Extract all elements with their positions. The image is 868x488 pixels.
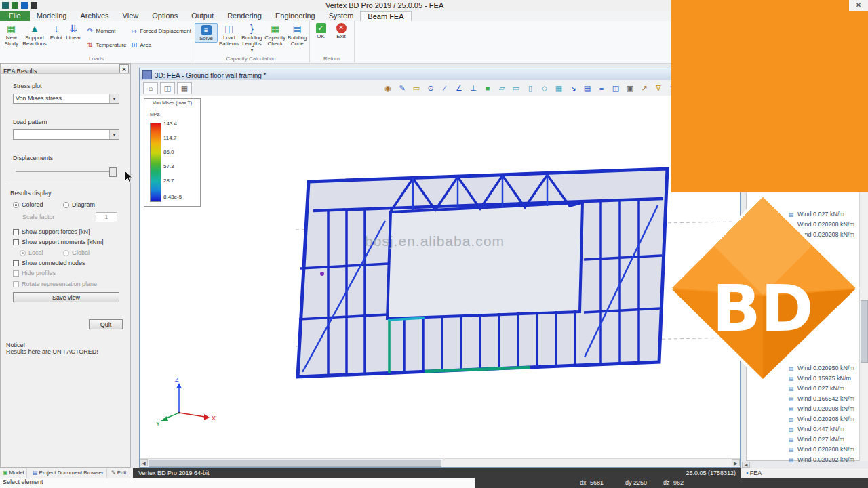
chevron-down-icon[interactable]: ▼ [109,94,119,103]
scale-factor-input[interactable]: 1 [96,212,117,222]
scroll-left-icon[interactable]: ◀ [140,459,148,466]
import-model-icon[interactable]: ↘ [568,83,578,94]
show-support-moments-label[interactable]: Show support moments [kNm] [22,239,104,245]
show-support-moments-checkbox[interactable] [13,239,19,245]
split-view-icon[interactable]: ◫ [160,82,175,94]
moment-load-button[interactable]: ↷ Moment [85,26,126,35]
rotate-representation-plane-label[interactable]: Rotate representation plane [22,281,97,287]
plane-xz-icon[interactable]: ▭ [511,83,521,94]
colored-radio[interactable] [13,202,19,208]
point-load-button[interactable]: ↓ Point [49,23,64,41]
statusbar-tab-project-document-browser[interactable]: ▤Project Document Browser [30,468,107,478]
chevron-down-icon[interactable]: ▼ [109,130,119,139]
global-radio-label[interactable]: Global [72,249,90,256]
colored-radio-label[interactable]: Colored [22,201,43,208]
statusbar-tab-edit[interactable]: ✎Edit [108,468,130,478]
stress-plot-select[interactable]: Von Mises stress ▼ [13,94,119,104]
save-view-button[interactable]: Save view [13,292,119,302]
ok-button[interactable]: ✓ OK [311,23,330,39]
filter-icon[interactable]: ∇ [653,83,664,94]
snap-line-icon[interactable]: ∕ [439,83,450,94]
quick-menu-icon[interactable] [31,2,37,9]
temperature-load-button[interactable]: ⇅ Temperature [85,40,126,49]
load-pattern-select[interactable]: ▼ [13,129,119,140]
close-icon[interactable]: ✕ [849,0,868,11]
hide-profiles-checkbox[interactable] [13,270,19,277]
viewport-title-bar[interactable]: 3D: FEA - Ground floor wall framing * [140,68,740,81]
linear-load-button[interactable]: ⇊ Linear [65,23,81,41]
new-study-button[interactable]: ▦ New Study [2,23,20,47]
print-icon[interactable]: ▣ [625,83,635,94]
capacity-check-button[interactable]: ▦ Capacity Check [264,23,285,47]
displacements-slider-handle[interactable] [109,167,117,177]
wind-load-item[interactable]: ▤Wind 0.166542 kN/m [747,395,859,405]
exit-button[interactable]: ✕ Exit [332,23,351,39]
mode-indicator: ▪ FEA [746,468,762,479]
forced-displacement-button[interactable]: ↦ Forced Displacement [130,26,191,35]
menu-tab-rendering[interactable]: Rendering [220,11,269,21]
bd-logo-text: BD [712,272,814,346]
named-views-icon[interactable]: ⌂ [143,82,158,94]
statusbar-tab-model[interactable]: ▣Model [0,468,27,478]
list-icon[interactable]: ≡ [596,83,607,94]
solid-model-icon[interactable]: ▦ [553,83,564,94]
plane-yz-icon[interactable]: ▯ [525,83,536,94]
snap-perpendicular-icon[interactable]: ⊥ [468,83,479,94]
diagram-radio[interactable] [63,202,69,208]
quit-button[interactable]: Quit [89,319,123,329]
work-plane-icon[interactable]: ■ [482,83,493,94]
show-support-forces-label[interactable]: Show support forces [kN] [22,228,90,235]
scrollbar-thumb[interactable] [149,460,441,467]
buckling-lengths-button[interactable]: } Buckling Lengths ▾ [241,23,263,53]
menu-tab-archives[interactable]: Archives [73,11,115,21]
menu-tab-modeling[interactable]: Modeling [30,11,74,21]
dimension-icon[interactable]: ▭ [411,83,422,94]
local-radio[interactable] [20,250,26,256]
building-code-button[interactable]: ▤ Building Code [287,23,307,47]
wind-load-item[interactable]: ▤Wind 0.020292 kN/m [747,456,859,466]
wind-load-item[interactable]: ▤Wind 0.447 kN/m [747,426,859,435]
menu-tab-system[interactable]: System [322,11,361,21]
menu-tab-engineering[interactable]: Engineering [269,11,322,21]
menu-tab-options[interactable]: Options [145,11,184,21]
show-connected-nodes-checkbox[interactable] [13,260,19,266]
hide-profiles-label[interactable]: Hide profiles [22,270,56,277]
wind-load-item[interactable]: ▤Wind 0.020208 kN/m [747,446,859,455]
solve-button[interactable]: ≡ Solve [195,23,218,43]
local-radio-label[interactable]: Local [28,249,43,256]
plane-xy-icon[interactable]: ▱ [496,83,507,94]
menu-tab-beam-fea[interactable]: Beam FEA [360,11,411,21]
wind-load-item[interactable]: ▤Wind 0.020208 kN/m [747,405,859,415]
load-patterns-button[interactable]: ◫ Load Patterns [219,23,239,47]
surface-icon[interactable]: ◇ [539,83,550,94]
quick-new-icon[interactable] [12,2,18,9]
bom-table-icon[interactable]: ▤ [582,83,593,94]
rotate-representation-plane-checkbox[interactable] [13,281,19,287]
fea-panel-close-icon[interactable]: ✕ [119,64,129,73]
quick-save-icon[interactable] [21,2,28,9]
3d-canvas[interactable]: Z Y X bosj.en.alibaba.com Von Mises (max… [140,96,740,460]
snap-point-icon[interactable]: ⊙ [425,83,436,94]
support-reactions-button[interactable]: ▲ Support Reactions [22,23,47,47]
wind-load-item[interactable]: ▤Wind 0.027 kN/m [747,436,859,445]
scroll-right-icon[interactable]: ▶ [732,459,740,466]
wind-load-item[interactable]: ▤Wind 0.020208 kN/m [747,415,859,425]
scroll-left-icon[interactable]: ◀ [742,462,750,468]
diagram-radio-label[interactable]: Diagram [72,201,95,208]
menu-tab-view[interactable]: View [116,11,146,21]
show-support-forces-checkbox[interactable] [13,229,19,235]
global-radio[interactable] [63,250,69,256]
menu-tab-file[interactable]: File [0,11,30,21]
menu-tab-output[interactable]: Output [184,11,220,21]
export-icon[interactable]: ↗ [639,83,650,94]
fea-panel-header[interactable]: FEA Results ✕ [1,64,130,74]
area-load-button[interactable]: ⊞ Area [130,40,191,49]
pin-icon[interactable]: ◉ [382,83,393,94]
sketch-icon[interactable]: ✎ [397,83,408,94]
snap-angle-icon[interactable]: ∠ [454,83,465,94]
grid-view-icon[interactable]: ▦ [177,82,192,94]
show-connected-nodes-label[interactable]: Show connected nodes [22,260,85,266]
fea-model[interactable]: Z Y X [140,96,740,460]
displacements-slider-track[interactable] [16,171,116,172]
layers-icon[interactable]: ◫ [610,83,621,94]
